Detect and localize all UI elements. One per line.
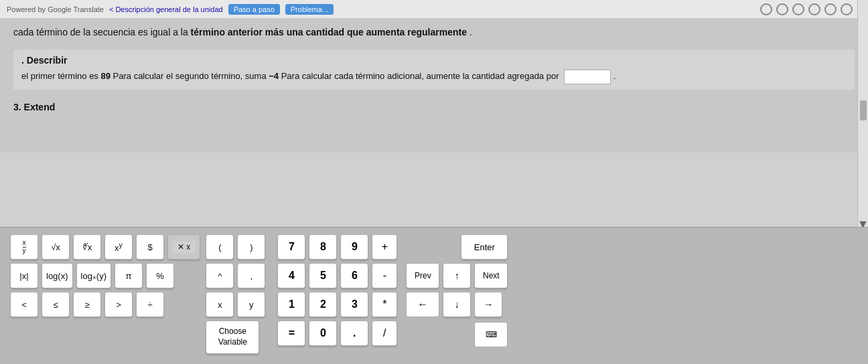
down-arrow-icon: ↓	[455, 299, 459, 310]
middle-row-1: ( )	[206, 234, 265, 260]
section-2-text: el primer término es 89 Para calcular el…	[21, 70, 847, 84]
greater-key[interactable]: >	[104, 292, 133, 317]
less-than-symbol: <	[21, 300, 27, 310]
caret-symbol: ^	[218, 271, 222, 281]
backspace-icon: ←	[417, 298, 428, 310]
abs-key[interactable]: |x|	[10, 263, 38, 288]
translate-label: Powered by Google Translate	[7, 5, 104, 13]
top-bar: Powered by Google Translate < Descripció…	[0, 0, 868, 19]
equals-key[interactable]: =	[277, 321, 305, 346]
key-4[interactable]: 4	[277, 263, 305, 288]
greater-symbol: >	[116, 300, 121, 310]
key-group-middle: ( ) ^ , x y	[206, 234, 265, 354]
caret-key[interactable]: ^	[206, 263, 234, 288]
right-arrow-icon: →	[484, 299, 493, 310]
multiply-key[interactable]: *	[372, 292, 397, 317]
section-3: 3. Extend	[13, 96, 855, 122]
numpad-row-3: 1 2 3 *	[277, 292, 397, 317]
choose-variable-label: Choose Variable	[218, 327, 247, 347]
keyboard-hide-key[interactable]: ⌨	[474, 322, 508, 347]
greater-eq-symbol: ≥	[84, 300, 89, 310]
scrollbar[interactable]: ▼	[857, 0, 868, 234]
breadcrumb-link[interactable]: < Descripción general de la unidad	[109, 5, 223, 13]
less-eq-key[interactable]: ≤	[42, 292, 70, 317]
plus-key[interactable]: +	[372, 234, 397, 260]
comma-key[interactable]: ,	[237, 263, 265, 288]
cbrt-key[interactable]: ∜x	[73, 234, 101, 260]
key-group-right: Enter Prev ↑ Next ←	[406, 234, 508, 347]
up-arrow-key[interactable]: ↑	[443, 263, 471, 288]
comma-symbol: ,	[250, 271, 253, 281]
scroll-thumb[interactable]	[860, 100, 867, 120]
pi-key[interactable]: π	[115, 263, 143, 288]
less-than-key[interactable]: <	[10, 292, 38, 317]
x-var-key[interactable]: x	[206, 292, 234, 317]
key-group-numpad: 7 8 9 + 4 5 6 - 1 2 3 * = 0	[277, 234, 397, 346]
greater-eq-key[interactable]: ≥	[73, 292, 101, 317]
divide-key[interactable]: ÷	[136, 292, 164, 317]
describir-label: . Describir	[21, 55, 67, 66]
x-delete-symbol: ✕ x	[172, 241, 196, 253]
power-symbol: xy	[115, 241, 123, 253]
prev-label: Prev	[415, 271, 431, 280]
down-arrow-key[interactable]: ↓	[443, 292, 471, 317]
power-key[interactable]: xy	[104, 234, 133, 260]
close-paren-key[interactable]: )	[237, 234, 265, 260]
percent-key[interactable]: %	[146, 263, 174, 288]
keyboard-rows: x y √x ∜x xy $ ✕ x	[10, 234, 858, 354]
circle-6	[841, 3, 853, 15]
key-row-2: |x| log(x) logₓ(y) π %	[10, 263, 200, 288]
percent-symbol: %	[156, 271, 164, 281]
sqrt-key[interactable]: √x	[42, 234, 70, 260]
key-0[interactable]: 0	[309, 321, 337, 346]
y-var-key[interactable]: y	[237, 292, 265, 317]
dollar-key[interactable]: $	[136, 234, 164, 260]
logx-symbol: log(x)	[46, 271, 68, 281]
key-2[interactable]: 2	[309, 292, 337, 317]
problema-button[interactable]: Problema...	[285, 4, 334, 15]
key-6[interactable]: 6	[340, 263, 368, 288]
logx-key[interactable]: log(x)	[42, 263, 73, 288]
progress-circles: ^	[760, 3, 861, 15]
numpad-row-2: 4 5 6 -	[277, 263, 397, 288]
sequence-description: cada término de la secuencia es igual a …	[13, 25, 855, 39]
sqrt-symbol: √x	[51, 242, 60, 252]
logxy-symbol: logₓ(y)	[81, 271, 107, 281]
paso-button[interactable]: Paso a paso	[228, 4, 280, 15]
section-3-label: 3. Extend	[13, 102, 855, 112]
bold-text: término anterior más una cantidad que au…	[191, 27, 467, 37]
open-paren-key[interactable]: (	[206, 234, 234, 260]
section-2: . Describir el primer término es 89 Para…	[13, 50, 855, 90]
x-delete-key[interactable]: ✕ x	[167, 234, 200, 260]
numpad-row-4: = 0 . /	[277, 321, 397, 346]
dollar-symbol: $	[147, 242, 152, 252]
slash-key[interactable]: /	[372, 321, 397, 346]
key-5[interactable]: 5	[309, 263, 337, 288]
main-content: cada término de la secuencia es igual a …	[0, 19, 868, 153]
section-2-label: . Describir	[21, 55, 847, 66]
next-key[interactable]: Next	[474, 263, 508, 288]
key-9[interactable]: 9	[340, 234, 368, 260]
backspace-key[interactable]: ←	[406, 292, 439, 317]
choose-variable-key[interactable]: Choose Variable	[206, 321, 259, 354]
prev-key[interactable]: Prev	[406, 263, 439, 288]
enter-key[interactable]: Enter	[461, 234, 508, 260]
nav-row-1: Prev ↑ Next	[406, 263, 508, 288]
less-eq-symbol: ≤	[53, 300, 58, 310]
keyboard-area: x y √x ∜x xy $ ✕ x	[0, 227, 868, 364]
key-8[interactable]: 8	[309, 234, 337, 260]
circle-5	[824, 3, 837, 15]
key-3[interactable]: 3	[340, 292, 368, 317]
dot-key[interactable]: .	[340, 321, 368, 346]
abs-symbol: |x|	[19, 271, 28, 281]
circle-2	[776, 3, 788, 15]
amount-input[interactable]	[564, 70, 611, 84]
minus-key[interactable]: -	[372, 263, 397, 288]
up-arrow-icon: ↑	[455, 270, 459, 281]
fraction-key[interactable]: x y	[10, 234, 38, 260]
logxy-key[interactable]: logₓ(y)	[76, 263, 112, 288]
key-7[interactable]: 7	[277, 234, 305, 260]
key-group-math: x y √x ∜x xy $ ✕ x	[10, 234, 200, 317]
key-1[interactable]: 1	[277, 292, 305, 317]
right-arrow-key[interactable]: →	[474, 292, 502, 317]
